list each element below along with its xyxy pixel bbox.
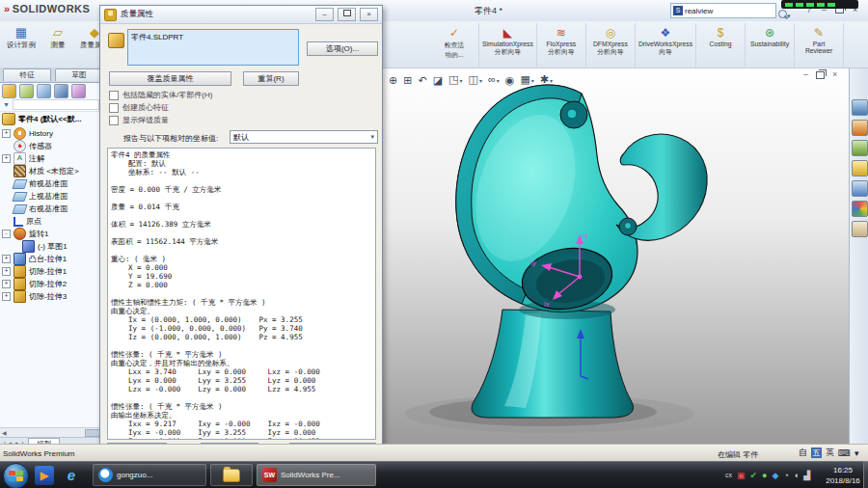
report-line: Lyx = 0.000 Lyy = 3.255 Lyz = 0.000 — [111, 376, 372, 385]
override-mass-properties-button[interactable]: 覆盖质量属性 — [109, 71, 231, 86]
checkbox-include-hidden[interactable]: 包括隐藏的实体/零部件(H) — [109, 90, 212, 100]
system-tray: cx▣✔●◆◔◖▟ — [725, 462, 810, 488]
tray-shield-icon[interactable]: ◆ — [773, 470, 779, 481]
dimxpertmanager-tab-icon[interactable] — [54, 84, 68, 98]
checkbox-icon[interactable] — [109, 116, 119, 125]
driveworksxpress-button[interactable]: ❖ DriveWorksXpress 向导 — [636, 23, 696, 68]
browser-window-button[interactable]: gongzuo... — [93, 464, 206, 486]
file-explorer-icon[interactable] — [852, 140, 868, 156]
floxpress-button[interactable]: ≋ FloXpress 分析向导 — [537, 23, 586, 68]
explorer-window-button[interactable] — [210, 464, 253, 486]
part-model[interactable]: Iz Iy Ix — [381, 82, 849, 444]
selected-items-box[interactable]: 零件4.SLDPRT — [127, 29, 299, 66]
dialog-restore-button[interactable] — [338, 8, 356, 21]
dialog-title-bar[interactable]: 质量属性 – × — [100, 6, 382, 24]
tree-item-icon — [14, 140, 26, 152]
dialog-close-button[interactable]: × — [360, 8, 378, 21]
report-line — [111, 211, 372, 220]
featuremanager-tab-icon[interactable] — [2, 84, 16, 98]
expand-toggle-icon[interactable]: + — [2, 154, 11, 163]
view-palette-icon[interactable] — [852, 160, 868, 176]
ime-english-icon[interactable]: 英 — [826, 447, 834, 459]
expand-toggle-icon[interactable]: + — [2, 129, 11, 138]
triad-label-iy: Iy — [530, 259, 536, 267]
coordinate-system-dropdown[interactable]: 默认 ▾ — [230, 130, 378, 144]
tree-item-label: 旋转1 — [29, 229, 48, 239]
checkbox-icon[interactable] — [109, 91, 119, 100]
scroll-left-icon[interactable]: ◀ — [2, 429, 7, 436]
appearances-icon[interactable] — [852, 180, 868, 197]
date: 2018/8/16 — [822, 475, 864, 486]
checkbox-create-com-feature[interactable]: 创建质心特征 — [109, 102, 169, 113]
report-line: Iz = (0.000, 0.000, 1.000) Pz = 4.955 — [111, 333, 372, 341]
tray-leaf-icon[interactable]: ● — [762, 470, 767, 481]
start-flag-green — [16, 471, 23, 475]
volume-icon[interactable]: ◖ — [794, 470, 799, 481]
report-line: 由输出坐标系决定。 — [111, 411, 372, 420]
scenes-icon[interactable] — [852, 201, 868, 217]
report-line: Y = 19.690 — [111, 272, 372, 281]
expand-toggle-icon[interactable]: + — [2, 280, 11, 288]
ime-options-icon[interactable]: ▾ — [854, 448, 859, 458]
costing-button[interactable]: $ Costing — [696, 23, 746, 68]
search-input[interactable]: S realview — [670, 3, 776, 18]
ime-mode-icon[interactable]: 自 — [799, 447, 807, 459]
ime-wubi-icon[interactable]: 五 — [811, 447, 822, 458]
expand-toggle-icon[interactable]: + — [2, 255, 11, 263]
ime-keyboard-icon[interactable]: ⌨ — [838, 448, 851, 458]
dialog-minimize-button[interactable]: – — [315, 8, 334, 21]
solidworks-window: »SOLIDWORKS 零件4 * S realview ▾ ? – × ▦ 设… — [0, 0, 868, 488]
tray-capture-icon[interactable]: ▣ — [737, 470, 746, 481]
design-library-icon[interactable] — [852, 120, 868, 136]
solidworks-logo[interactable]: »SOLIDWORKS — [4, 3, 90, 14]
recalculate-button[interactable]: 重算(R) — [243, 71, 299, 86]
part-base-cone[interactable] — [472, 310, 633, 418]
tree-filter[interactable]: ▼ — [0, 98, 109, 112]
tree-item-label: 原点 — [26, 216, 41, 227]
part-reviewer-button[interactable]: ✎ Part Reviewer — [795, 23, 844, 68]
tree-item-icon — [14, 127, 26, 140]
show-desktop-button[interactable] — [863, 461, 868, 488]
custom-properties-icon[interactable] — [852, 221, 868, 237]
clock[interactable]: 16:25 2018/8/16 — [822, 465, 864, 486]
command-tab[interactable]: 草图 — [55, 68, 103, 81]
check-active-doc-button[interactable]: ✓ 检查活 动的... — [430, 23, 479, 68]
media-player-button[interactable]: ▶ — [35, 466, 54, 485]
command-tab[interactable]: 特征 — [3, 68, 51, 81]
displaymanager-tab-icon[interactable] — [71, 84, 86, 98]
tree-root-item[interactable]: 零件4 (默认<<默... — [2, 113, 81, 125]
report-line: 惯性主轴和惯性主力矩: ( 千克 * 平方毫米 ) — [111, 298, 372, 307]
doc-restore-button[interactable] — [816, 71, 825, 79]
mass-properties-report[interactable]: 零件4 的质量属性 配置: 默认 坐标系: -- 默认 --密度 = 0.000… — [107, 148, 376, 440]
measure-button[interactable]: ▱ 测量 — [40, 23, 76, 68]
tray-app-icon[interactable]: cx — [725, 470, 732, 481]
internet-explorer-button[interactable]: e — [62, 466, 81, 485]
expand-toggle-icon[interactable]: + — [2, 292, 11, 301]
ribbon-button-icon: ◣ — [482, 26, 533, 41]
network-icon[interactable]: ▟ — [803, 470, 810, 481]
solidworks-resources-icon[interactable] — [852, 99, 868, 116]
expand-toggle-icon[interactable]: - — [2, 230, 11, 238]
design-study-button[interactable]: ▦ 设计算例 — [3, 23, 40, 68]
start-button[interactable] — [3, 463, 29, 488]
time: 16:25 — [822, 465, 864, 475]
tree-item-label: 右视基准面 — [29, 203, 68, 214]
doc-minimize-button[interactable]: – — [803, 69, 808, 79]
propertymanager-tab-icon[interactable] — [19, 84, 34, 98]
solidworks-window-button[interactable]: SW SolidWorks Pre... — [257, 464, 376, 486]
report-line: 质量 = 0.014 千克 — [111, 203, 372, 211]
tree-item-label: 切除-拉伸2 — [29, 279, 67, 289]
dialog-title: 质量属性 — [121, 9, 312, 20]
expand-toggle-icon[interactable]: + — [2, 267, 11, 276]
doc-close-button[interactable]: × — [832, 69, 837, 79]
sustainability-button[interactable]: ⊛ Sustainability — [746, 23, 795, 68]
tray-antivirus-check-icon[interactable]: ✔ — [750, 470, 758, 481]
dfmxpress-button[interactable]: ◎ DFMXpress 分析向导 — [586, 23, 636, 68]
options-button[interactable]: 选项(O)... — [307, 41, 378, 56]
simulationxpress-button[interactable]: ◣ SimulationXpress 分析向导 — [479, 23, 537, 68]
tree-item-label: 传感器 — [29, 141, 52, 151]
checkbox-show-weld-mass[interactable]: 显示焊缝质量 — [109, 115, 169, 125]
tray-clock-icon[interactable]: ◔ — [783, 470, 788, 481]
checkbox-icon[interactable] — [109, 103, 119, 113]
configurationmanager-tab-icon[interactable] — [37, 84, 51, 98]
